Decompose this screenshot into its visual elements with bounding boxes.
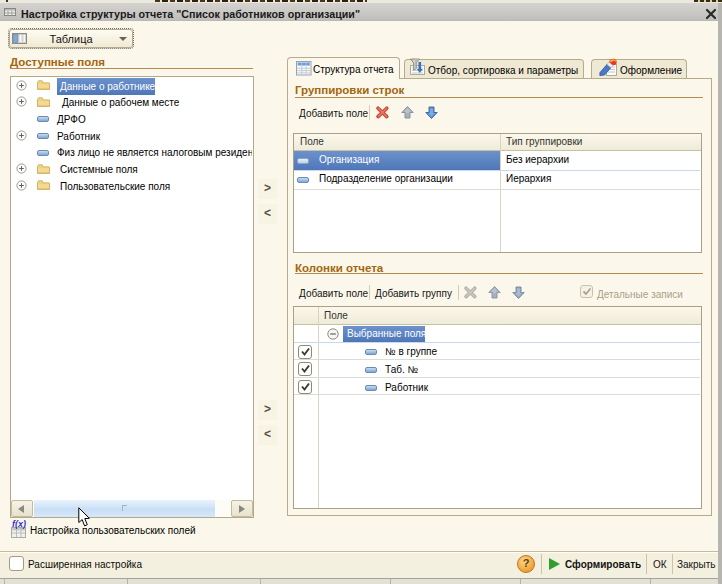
svg-text:f(x): f(x) xyxy=(12,519,26,529)
